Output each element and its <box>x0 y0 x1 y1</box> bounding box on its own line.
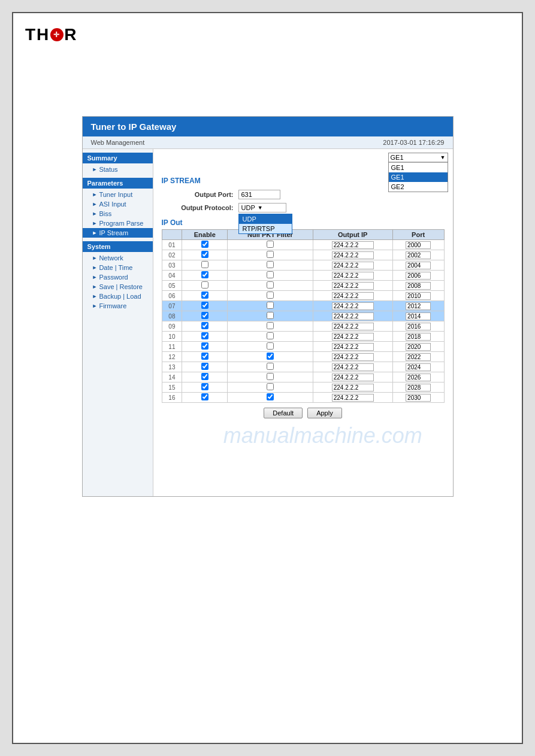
row-port[interactable] <box>392 321 444 332</box>
row-enable[interactable] <box>182 382 228 393</box>
row-enable[interactable] <box>182 301 228 311</box>
sidebar-item-program-parse[interactable]: ► Program Parse <box>83 218 153 228</box>
port-input[interactable] <box>406 241 431 249</box>
null-pkt-checkbox[interactable] <box>267 322 274 329</box>
row-enable[interactable] <box>182 291 228 301</box>
row-null-pkt[interactable] <box>228 393 313 403</box>
enable-checkbox[interactable] <box>201 271 208 278</box>
sidebar-item-tuner-input[interactable]: ► Tuner Input <box>83 190 153 199</box>
row-enable[interactable] <box>182 372 228 382</box>
default-button[interactable]: Default <box>264 408 303 418</box>
row-null-pkt[interactable] <box>228 281 313 291</box>
row-port[interactable] <box>392 240 444 250</box>
null-pkt-checkbox[interactable] <box>267 281 274 289</box>
row-enable[interactable] <box>182 260 228 271</box>
row-port[interactable] <box>392 260 444 271</box>
row-port[interactable] <box>392 372 444 382</box>
row-null-pkt[interactable] <box>228 271 313 281</box>
enable-checkbox[interactable] <box>201 373 208 380</box>
row-output-ip[interactable] <box>313 382 392 393</box>
port-input[interactable] <box>406 282 431 290</box>
ip-input[interactable] <box>332 302 374 310</box>
null-pkt-checkbox[interactable] <box>267 393 274 400</box>
port-input[interactable] <box>406 374 431 381</box>
ge-option-ge1-selected[interactable]: GE1 <box>389 172 448 182</box>
row-output-ip[interactable] <box>313 240 392 250</box>
row-output-ip[interactable] <box>313 362 392 372</box>
row-enable[interactable] <box>182 250 228 260</box>
port-input[interactable] <box>406 251 431 259</box>
row-port[interactable] <box>392 352 444 362</box>
sidebar-item-biss[interactable]: ► Biss <box>83 209 153 218</box>
port-input[interactable] <box>406 323 431 330</box>
row-output-ip[interactable] <box>313 311 392 321</box>
row-null-pkt[interactable] <box>228 332 313 342</box>
row-port[interactable] <box>392 301 444 311</box>
row-port[interactable] <box>392 291 444 301</box>
row-enable[interactable] <box>182 240 228 250</box>
enable-checkbox[interactable] <box>201 383 208 390</box>
sidebar-item-status[interactable]: ► Status <box>83 165 153 174</box>
sidebar-item-save-restore[interactable]: ► Save | Restore <box>83 282 153 292</box>
sidebar-item-ip-stream[interactable]: ► IP Stream <box>83 228 153 238</box>
null-pkt-checkbox[interactable] <box>267 312 274 319</box>
row-enable[interactable] <box>182 352 228 362</box>
row-null-pkt[interactable] <box>228 352 313 362</box>
ip-input[interactable] <box>332 363 374 371</box>
protocol-option-udp[interactable]: UDP <box>239 214 292 224</box>
ge-option-ge1-first[interactable]: GE1 <box>389 163 448 172</box>
ge-option-ge2[interactable]: GE2 <box>389 182 448 192</box>
port-input[interactable] <box>406 262 431 269</box>
row-null-pkt[interactable] <box>228 321 313 332</box>
enable-checkbox[interactable] <box>201 241 208 248</box>
protocol-dropdown[interactable]: UDP ▼ <box>238 203 286 212</box>
row-enable[interactable] <box>182 362 228 372</box>
enable-checkbox[interactable] <box>201 342 208 350</box>
row-output-ip[interactable] <box>313 301 392 311</box>
enable-checkbox[interactable] <box>201 302 208 309</box>
null-pkt-checkbox[interactable] <box>267 241 274 248</box>
row-port[interactable] <box>392 250 444 260</box>
ip-input[interactable] <box>332 282 374 290</box>
null-pkt-checkbox[interactable] <box>267 373 274 380</box>
port-input[interactable] <box>406 384 431 391</box>
null-pkt-checkbox[interactable] <box>267 363 274 370</box>
row-port[interactable] <box>392 393 444 403</box>
ip-input[interactable] <box>332 394 374 402</box>
port-input[interactable] <box>406 292 431 300</box>
row-port[interactable] <box>392 382 444 393</box>
enable-checkbox[interactable] <box>201 251 208 258</box>
sidebar-item-firmware[interactable]: ► Firmware <box>83 301 153 311</box>
null-pkt-checkbox[interactable] <box>267 332 274 339</box>
ip-input[interactable] <box>332 353 374 361</box>
row-output-ip[interactable] <box>313 271 392 281</box>
row-enable[interactable] <box>182 342 228 352</box>
ip-input[interactable] <box>332 251 374 259</box>
apply-button[interactable]: Apply <box>307 408 342 418</box>
row-port[interactable] <box>392 281 444 291</box>
port-input[interactable] <box>406 312 431 320</box>
ip-input[interactable] <box>332 333 374 341</box>
ip-input[interactable] <box>332 343 374 351</box>
ip-input[interactable] <box>332 241 374 249</box>
enable-checkbox[interactable] <box>201 393 208 400</box>
ip-input[interactable] <box>332 374 374 381</box>
row-port[interactable] <box>392 362 444 372</box>
row-output-ip[interactable] <box>313 352 392 362</box>
row-null-pkt[interactable] <box>228 240 313 250</box>
row-output-ip[interactable] <box>313 291 392 301</box>
sidebar-item-date-time[interactable]: ► Date | Time <box>83 263 153 272</box>
port-input[interactable] <box>406 343 431 351</box>
enable-checkbox[interactable] <box>201 292 208 299</box>
row-null-pkt[interactable] <box>228 372 313 382</box>
row-null-pkt[interactable] <box>228 382 313 393</box>
port-input[interactable] <box>406 302 431 310</box>
ip-input[interactable] <box>332 272 374 280</box>
row-null-pkt[interactable] <box>228 342 313 352</box>
output-port-input[interactable] <box>238 190 280 199</box>
null-pkt-checkbox[interactable] <box>267 292 274 299</box>
row-enable[interactable] <box>182 321 228 332</box>
enable-checkbox[interactable] <box>201 353 208 360</box>
enable-checkbox[interactable] <box>201 281 208 289</box>
row-output-ip[interactable] <box>313 250 392 260</box>
